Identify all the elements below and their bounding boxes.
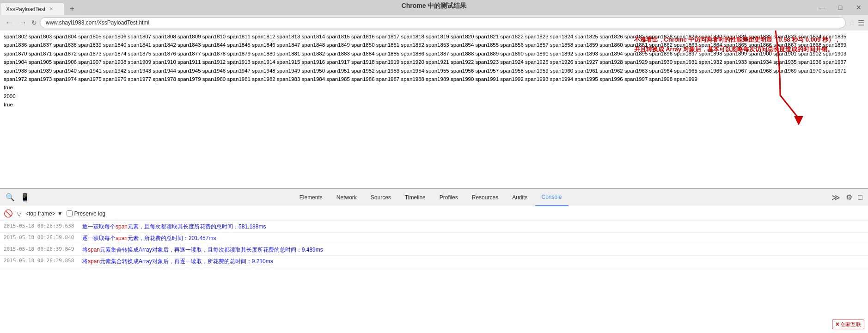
true1-output: true	[4, 83, 864, 92]
annotation-line1: 不难看出，Chrome 中访问两者时的性能差距更明显（0.58 秒与 0.009…	[634, 35, 840, 45]
time-value: 9.210ms	[252, 258, 273, 265]
span-tag: span	[116, 223, 128, 230]
frame-label: <top frame>	[25, 210, 55, 217]
number-output: 2000	[4, 92, 864, 100]
annotation-line2: 并且转换成 Array 对象后，基本可以忽略每次访问总长度造成的时间开销。	[634, 45, 840, 55]
console-timestamp: 2015-05-18 00:26:39.849	[4, 246, 82, 253]
console-no-entry-button[interactable]: 🚫	[4, 209, 13, 218]
url-input[interactable]	[40, 17, 846, 28]
console-message: 将span元素集合转换成Array对象后，再逐一读取，所花费的总时间：9.210…	[82, 257, 864, 265]
tab-timeline[interactable]: Timeline	[398, 189, 432, 206]
console-message: 逐一获取每个span元素，且每次都读取其长度所花费的总时间：581.188ms	[82, 222, 864, 231]
tab-spacer	[79, 3, 868, 15]
address-bar: ← → ↻ ☆ ☰	[0, 15, 868, 31]
active-tab[interactable]: XssPayloadTest ✕	[0, 3, 65, 15]
devtools-right-controls: ≫ ⚙ □	[830, 191, 864, 204]
preserve-log-label: Preserve log	[74, 210, 105, 217]
console-message: 逐一获取每个span元素，所花费的总时间：201.457ms	[82, 234, 864, 242]
devtools-dock-button[interactable]: □	[856, 192, 864, 203]
tab-network[interactable]: Network	[330, 189, 363, 206]
console-filter-button[interactable]: ▽	[17, 210, 22, 217]
page-content-wrapper: span1802 span1803 span1804 span1805 span…	[0, 31, 868, 267]
maximize-button[interactable]: □	[831, 0, 850, 15]
devtools-settings-button[interactable]: ⚙	[844, 192, 854, 203]
tab-audits[interactable]: Audits	[506, 189, 534, 206]
window-controls: — □ ✕	[813, 0, 868, 15]
tab-resources[interactable]: Resources	[465, 189, 505, 206]
tab-label: XssPayloadTest	[6, 6, 45, 12]
tab-close-btn[interactable]: ✕	[49, 6, 53, 12]
tab-profiles[interactable]: Profiles	[433, 189, 465, 206]
console-message: 将span元素集合转换成Array对象后，再逐一读取，且每次都读取其长度所花费的…	[82, 246, 864, 254]
console-timestamp: 2015-05-18 00:26:39.638	[4, 222, 82, 230]
console-entry: 2015-05-18 00:26:39.638逐一获取每个span元素，且每次都…	[0, 221, 868, 233]
console-entry: 2015-05-18 00:26:39.840逐一获取每个span元素，所花费的…	[0, 233, 868, 244]
close-button[interactable]: ✕	[850, 0, 868, 15]
refresh-button[interactable]: ↻	[31, 19, 37, 26]
span-tag: span	[88, 258, 100, 265]
console-timestamp: 2015-05-18 00:26:39.840	[4, 234, 82, 242]
time-value: 581.188ms	[238, 223, 266, 230]
browser-window: XssPayloadTest ✕ + Chrome 中的测试结果 — □ ✕ ←…	[0, 0, 868, 267]
bookmark-button[interactable]: ☆	[849, 18, 855, 27]
preserve-log-checkbox[interactable]	[67, 210, 73, 216]
tab-sources[interactable]: Sources	[364, 189, 397, 206]
console-toolbar: 🚫 ▽ <top frame> ▼ Preserve log	[0, 206, 868, 221]
console-timestamp: 2015-05-18 00:26:39.858	[4, 257, 82, 265]
time-value: 9.489ms	[302, 247, 323, 253]
new-tab-button[interactable]: +	[67, 3, 78, 14]
page-content: span1802 span1803 span1804 span1805 span…	[0, 31, 868, 188]
devtools-device-button[interactable]: 📱	[18, 192, 31, 203]
devtools-toolbar: 🔍 📱 Elements Network Sources Timeline Pr…	[0, 189, 868, 206]
forward-button[interactable]: →	[18, 18, 29, 28]
annotation-block: 不难看出，Chrome 中访问两者时的性能差距更明显（0.58 秒与 0.009…	[634, 35, 840, 55]
svg-marker-0	[794, 116, 803, 125]
console-entries: 2015-05-18 00:26:39.638逐一获取每个span元素，且每次都…	[0, 221, 868, 267]
back-button[interactable]: ←	[4, 18, 15, 28]
devtools-expand-button[interactable]: ≫	[830, 191, 842, 204]
devtools-search-button[interactable]: 🔍	[4, 192, 17, 203]
frame-arrow: ▼	[57, 210, 63, 217]
console-entry: 2015-05-18 00:26:39.849将span元素集合转换成Array…	[0, 244, 868, 256]
frame-selector[interactable]: <top frame> ▼	[25, 210, 63, 217]
console-entry: 2015-05-18 00:26:39.858将span元素集合转换成Array…	[0, 256, 868, 267]
tab-console[interactable]: Console	[535, 189, 568, 206]
minimize-button[interactable]: —	[813, 0, 831, 15]
preserve-log-container: Preserve log	[67, 210, 105, 217]
span-tag: span	[116, 235, 128, 241]
menu-button[interactable]: ☰	[858, 18, 864, 27]
true2-output: true	[4, 100, 864, 109]
time-value: 201.457ms	[189, 235, 216, 241]
devtools-icon-group: 🔍 📱	[4, 192, 31, 203]
devtools-panel: 🔍 📱 Elements Network Sources Timeline Pr…	[0, 188, 868, 267]
tab-elements[interactable]: Elements	[293, 189, 329, 206]
span-tag: span	[88, 247, 100, 253]
